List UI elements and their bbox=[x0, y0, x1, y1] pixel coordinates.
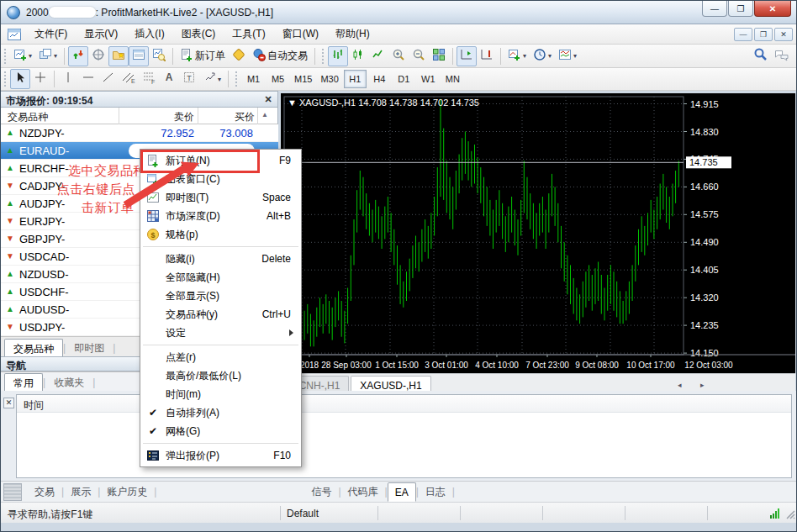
tab-即时图[interactable]: 即时图 bbox=[66, 339, 113, 356]
cursor-tool-button[interactable] bbox=[10, 69, 30, 89]
context-menu-item-hide-all[interactable]: 全部隐藏(H) bbox=[140, 268, 301, 287]
minimize-button[interactable]: — bbox=[702, 1, 727, 17]
timeframe-D1[interactable]: D1 bbox=[393, 70, 415, 88]
context-menu-item-symbols[interactable]: 交易品种(y)Ctrl+U bbox=[140, 305, 301, 324]
expert-advisors-button[interactable] bbox=[229, 46, 249, 66]
terminal-side-strip[interactable] bbox=[3, 483, 22, 501]
context-menu-item-grid[interactable]: ✔网格(G) bbox=[140, 422, 301, 440]
menu-item-insert[interactable]: 插入(I) bbox=[126, 24, 172, 45]
timeframe-MN[interactable]: MN bbox=[441, 70, 464, 88]
nav-tab-常用[interactable]: 常用 bbox=[4, 373, 43, 391]
tab-交易品种[interactable]: 交易品种 bbox=[4, 339, 63, 356]
terminal-tab-展示[interactable]: 展示 bbox=[64, 482, 98, 502]
chart-window-system-icon[interactable] bbox=[8, 29, 21, 40]
channel-button[interactable]: E bbox=[119, 69, 139, 89]
label-tool-button[interactable]: T bbox=[179, 69, 199, 89]
fibonacci-button[interactable]: F bbox=[139, 69, 159, 89]
toolbar-grip[interactable] bbox=[4, 71, 7, 87]
column-symbol[interactable]: 交易品种 bbox=[8, 110, 48, 124]
column-bid[interactable]: 卖价 bbox=[127, 110, 194, 124]
data-window-button[interactable] bbox=[88, 46, 108, 66]
market-watch-row-nzdjpy[interactable]: ▲NZDJPY-72.95273.008 bbox=[1, 124, 278, 142]
bar-chart-button[interactable] bbox=[328, 46, 348, 66]
periods-button[interactable]: ▾ bbox=[530, 46, 555, 66]
menu-item-help[interactable]: 帮助(H) bbox=[327, 24, 378, 45]
arrows-tool-button[interactable]: ▾ bbox=[199, 69, 224, 89]
timeframe-M1[interactable]: M1 bbox=[242, 70, 265, 88]
menu-item-view[interactable]: 显示(V) bbox=[76, 24, 126, 45]
zoom-out-button[interactable] bbox=[409, 46, 429, 66]
column-ask[interactable]: 买价 bbox=[203, 110, 255, 124]
context-menu-item-time[interactable]: 时间(m) bbox=[140, 385, 301, 403]
chat-button[interactable] bbox=[771, 46, 793, 66]
zoom-in-button[interactable] bbox=[388, 46, 409, 66]
terminal-tab-日志[interactable]: 日志 bbox=[419, 482, 452, 502]
menu-item-charts[interactable]: 图表(C) bbox=[173, 24, 224, 45]
context-menu-item-show-all[interactable]: 全部显示(S) bbox=[140, 287, 301, 305]
navigator-button[interactable] bbox=[108, 46, 129, 66]
status-profile[interactable]: Default bbox=[287, 508, 319, 519]
terminal-tab-代码库[interactable]: 代码库 bbox=[341, 482, 385, 502]
context-menu-item-auto-arrange[interactable]: ✔自动排列(A) bbox=[140, 403, 301, 422]
context-menu-item-tick-chart[interactable]: 即时图(T)Space bbox=[140, 188, 301, 207]
market-watch-header[interactable]: 市场报价: 09:19:54✕ bbox=[1, 91, 278, 108]
context-menu-item-settings[interactable]: 设定 bbox=[140, 324, 301, 342]
child-restore-button[interactable]: ❐ bbox=[754, 28, 773, 41]
chart-tab-scroll-arrows[interactable]: ◂ ▸ bbox=[678, 381, 713, 389]
terminal-tab-交易[interactable]: 交易 bbox=[28, 482, 61, 502]
toolbar-grip[interactable] bbox=[235, 71, 238, 87]
menu-item-window[interactable]: 窗口(W) bbox=[274, 24, 327, 45]
terminal-tab-信号[interactable]: 信号 bbox=[304, 482, 338, 502]
line-chart-button[interactable] bbox=[368, 46, 388, 66]
chart-shift-button[interactable] bbox=[457, 46, 477, 66]
context-menu-item-high-low[interactable]: 最高价/最低价(L) bbox=[140, 366, 301, 385]
vertical-line-button[interactable] bbox=[58, 69, 78, 89]
toolbar-grip[interactable] bbox=[4, 49, 7, 64]
trendline-button[interactable] bbox=[98, 69, 119, 89]
menu-item-file[interactable]: 文件(F) bbox=[26, 24, 76, 45]
indicators-button[interactable]: ▾ bbox=[504, 46, 530, 66]
timeframe-H4[interactable]: H4 bbox=[368, 70, 391, 88]
timeframe-M15[interactable]: M15 bbox=[291, 70, 315, 88]
auto-scroll-button[interactable] bbox=[477, 46, 497, 66]
terminal-button[interactable] bbox=[129, 46, 149, 66]
context-menu-item-specification[interactable]: $规格(p) bbox=[140, 225, 301, 244]
resize-grip[interactable] bbox=[785, 509, 796, 523]
profiles-button[interactable]: ▾ bbox=[35, 46, 61, 66]
terminal-time-column-header[interactable]: 时间 bbox=[17, 395, 791, 413]
crosshair-tool-button[interactable] bbox=[30, 69, 50, 89]
timeframe-M5[interactable]: M5 bbox=[267, 70, 289, 88]
child-minimize-button[interactable]: — bbox=[734, 28, 752, 41]
context-menu-item-popup-prices[interactable]: 弹出报价(P)F10 bbox=[140, 446, 301, 465]
auto-trading-button[interactable]: 自动交易 bbox=[249, 46, 311, 66]
text-tool-button[interactable]: A bbox=[159, 69, 179, 89]
market-watch-button[interactable] bbox=[68, 46, 88, 66]
nav-tab-收藏夹[interactable]: 收藏夹 bbox=[45, 373, 92, 391]
close-icon[interactable]: ✕ bbox=[3, 398, 14, 408]
price-chart[interactable]: 14.91514.83014.74514.66014.57514.49014.4… bbox=[281, 93, 795, 373]
templates-button[interactable]: ▾ bbox=[555, 46, 580, 66]
close-button[interactable]: ✕ bbox=[754, 1, 791, 17]
strategy-tester-button[interactable] bbox=[149, 46, 169, 66]
toolbar-grip[interactable] bbox=[322, 49, 325, 64]
timeframe-H1[interactable]: H1 bbox=[344, 70, 367, 88]
child-close-button[interactable]: ✕ bbox=[774, 28, 793, 41]
menu-item-tools[interactable]: 工具(T) bbox=[224, 24, 273, 45]
title-bar[interactable]: 2000: ProfitMarketHK-Live2 - [XAGUSD-,H1… bbox=[1, 1, 797, 24]
timeframe-M30[interactable]: M30 bbox=[317, 70, 341, 88]
tile-windows-button[interactable] bbox=[429, 46, 449, 66]
scroll-up-icon[interactable]: ▲ bbox=[261, 111, 268, 119]
terminal-tab-账户历史[interactable]: 账户历史 bbox=[100, 482, 154, 502]
new-order-button[interactable]: 新订单 bbox=[177, 46, 229, 66]
market-watch-column-header[interactable]: 交易品种 卖价 买价 ▲ bbox=[1, 108, 278, 124]
candlestick-button[interactable] bbox=[348, 46, 368, 66]
timeframe-W1[interactable]: W1 bbox=[417, 70, 440, 88]
restore-button[interactable]: ❐ bbox=[728, 1, 753, 17]
context-menu-item-hide[interactable]: 隐藏(i)Delete bbox=[140, 250, 301, 268]
context-menu-item-market-depth[interactable]: 市场深度(D)Alt+B bbox=[140, 207, 301, 225]
new-chart-button[interactable]: ▾ bbox=[10, 46, 35, 66]
close-icon[interactable]: ✕ bbox=[262, 94, 274, 104]
context-menu-item-spread[interactable]: 点差(r) bbox=[140, 348, 301, 366]
search-button[interactable] bbox=[750, 46, 771, 66]
terminal-tab-EA[interactable]: EA bbox=[388, 482, 416, 502]
